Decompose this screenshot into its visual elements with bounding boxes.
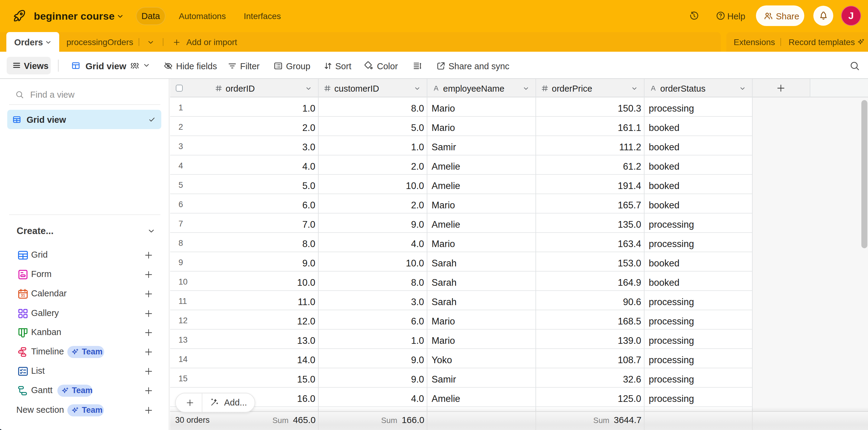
svg-text:31: 31 (21, 293, 25, 297)
